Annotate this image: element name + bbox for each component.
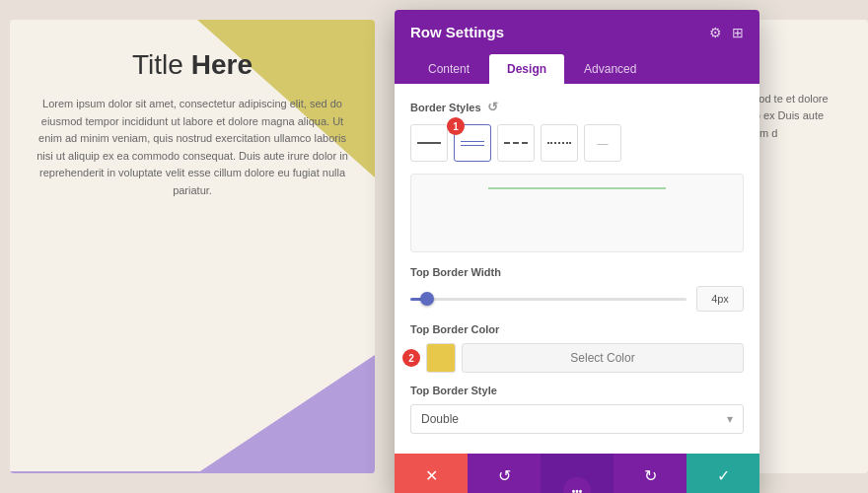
none-label: —: [598, 137, 609, 149]
border-styles-label: Border Styles ↺: [410, 100, 744, 114]
border-width-value[interactable]: 4px: [696, 286, 744, 312]
dropdown-arrow-icon: ▾: [727, 412, 733, 426]
modal-body: Border Styles ↺ 1 —: [395, 84, 760, 454]
border-styles-reset-icon[interactable]: ↺: [487, 100, 498, 114]
cancel-button[interactable]: ✕: [395, 454, 468, 493]
confirm-icon: ✓: [717, 466, 730, 485]
undo-icon: ↺: [498, 466, 511, 485]
cancel-icon: ✕: [425, 466, 438, 485]
dotted-line-icon: [547, 142, 571, 144]
left-page-preview: Title Here Lorem ipsum dolor sit amet, c…: [0, 0, 385, 493]
badge-2: 2: [402, 349, 420, 367]
modal-title: Row Settings: [410, 24, 504, 40]
left-page-card: Title Here Lorem ipsum dolor sit amet, c…: [10, 20, 375, 473]
slider-thumb[interactable]: [420, 292, 434, 306]
page-title: Title Here: [35, 49, 350, 81]
border-style-none-btn[interactable]: —: [584, 124, 621, 162]
modal-header-icons: ⚙ ⊞: [709, 25, 744, 40]
undo-button[interactable]: ↺: [468, 454, 541, 493]
title-normal: Title: [132, 49, 183, 80]
confirm-button[interactable]: ✓: [687, 454, 760, 493]
more-options-button[interactable]: •••: [541, 454, 614, 493]
border-style-dropdown[interactable]: Double ▾: [410, 404, 744, 434]
tab-advanced[interactable]: Advanced: [566, 54, 654, 84]
top-border-color-row: 2 Select Color: [410, 343, 744, 373]
border-styles-text: Border Styles: [410, 102, 481, 113]
border-style-value: Double: [421, 412, 459, 426]
triangle-purple-decoration: [197, 355, 375, 473]
right-page-card: T Lorem i consectetur eiusmod te et dolo…: [750, 20, 868, 473]
tab-design[interactable]: Design: [489, 54, 564, 84]
redo-icon: ↻: [644, 466, 657, 485]
row-settings-modal: Row Settings ⚙ ⊞ Content Design Advanced…: [395, 10, 760, 493]
modal-tabs: Content Design Advanced: [395, 54, 760, 84]
modal-footer: ✕ ↺ ••• ↻ ✓: [395, 454, 760, 493]
color-swatch[interactable]: [426, 343, 456, 373]
border-preview-inner: [488, 187, 666, 239]
top-border-color-label: Top Border Color: [410, 323, 744, 335]
redo-button[interactable]: ↻: [614, 454, 687, 493]
right-page-preview: T Lorem i consectetur eiusmod te et dolo…: [750, 0, 868, 493]
border-style-options: 1 —: [410, 124, 744, 162]
top-border-width-label: Top Border Width: [410, 266, 744, 278]
double-line-icon: [461, 141, 484, 146]
select-color-label: Select Color: [570, 351, 634, 365]
border-style-solid-btn[interactable]: [410, 124, 448, 162]
right-page-content: T Lorem i consectetur eiusmod te et dolo…: [750, 39, 829, 142]
border-width-slider-track[interactable]: [410, 298, 687, 301]
left-page-content: Title Here Lorem ipsum dolor sit amet, c…: [10, 20, 375, 230]
page-border-bottom: [10, 470, 375, 473]
border-style-dashed-btn[interactable]: [497, 124, 535, 162]
columns-icon[interactable]: ⊞: [732, 25, 744, 40]
border-style-dotted-btn[interactable]: [541, 124, 578, 162]
border-width-slider-row: 4px: [410, 286, 744, 312]
top-border-style-label: Top Border Style: [410, 385, 744, 396]
badge-1: 1: [447, 117, 465, 135]
right-page-body: Lorem i consectetur eiusmod te et dolore…: [750, 91, 829, 143]
dashed-line-icon: [504, 142, 528, 144]
border-preview: [410, 174, 744, 252]
border-style-double-btn[interactable]: 1: [454, 124, 491, 162]
right-page-title: T: [750, 39, 829, 81]
solid-line-icon: [417, 142, 441, 144]
title-bold: Here: [191, 49, 253, 80]
modal-header: Row Settings ⚙ ⊞: [395, 10, 760, 54]
page-body-text: Lorem ipsum dolor sit amet, consectetur …: [35, 96, 350, 200]
border-style-dropdown-row: Double ▾: [410, 404, 744, 434]
select-color-button[interactable]: Select Color: [462, 343, 744, 373]
settings-icon[interactable]: ⚙: [709, 25, 722, 40]
tab-content[interactable]: Content: [410, 54, 487, 84]
